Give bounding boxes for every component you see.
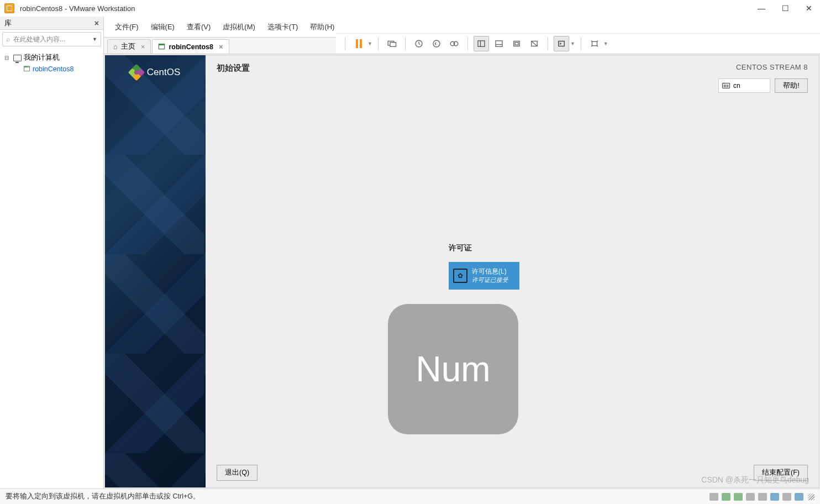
license-title: 许可信息(L) [472,267,508,276]
svg-rect-6 [478,41,485,47]
device-printer-icon[interactable] [770,493,779,501]
toolbar: ▼ ▼ ▼ [336,33,820,54]
library-close-button[interactable]: × [94,19,99,28]
toolbar-separator [467,37,468,50]
tree-collapse-icon[interactable]: ⊟ [4,55,11,61]
main-area: 库 × ⌕ 在此处键入内容... ▼ ⊟ 我的计算机 🗔 robinCentos… [0,17,820,489]
device-display-icon[interactable] [782,493,791,501]
menu-help[interactable]: 帮助(H) [304,21,340,33]
stretch-guest-button[interactable] [587,36,602,51]
toolbar-separator [548,37,548,50]
maximize-button[interactable]: ☐ [779,3,792,14]
help-button[interactable]: 帮助! [775,78,808,93]
watermark: CSDN @杀死一只知更鸟debug [701,475,809,485]
centos-logo-icon [128,64,145,81]
menu-file[interactable]: 文件(F) [109,21,144,33]
license-text: 许可信息(L) 许可证已接受 [472,267,508,284]
menubar: 文件(F) 编辑(E) 查看(V) 虚拟机(M) 选项卡(T) 帮助(H) [104,21,345,33]
device-cdrom-icon[interactable] [722,493,730,501]
menu-edit[interactable]: 编辑(E) [145,21,180,33]
library-title: 库 [4,18,12,28]
license-info-button[interactable]: 许可信息(L) 许可证已接受 [449,262,519,290]
tab-home-label: 主页 [121,42,135,51]
vm-display[interactable]: CentOS 初始设置 CENTOS STREAM 8 cn 帮助! 许可证 许… [104,55,819,488]
device-sound-icon[interactable] [758,493,767,501]
tree-item-robincentos8[interactable]: 🗔 robinCentos8 [2,64,101,74]
library-panel: 库 × ⌕ 在此处键入内容... ▼ ⊟ 我的计算机 🗔 robinCentos… [0,17,104,489]
vmware-app-icon [4,3,14,13]
unity-button[interactable] [527,36,542,51]
show-library-button[interactable] [474,36,489,51]
snapshot-manager-button[interactable] [446,36,462,51]
license-heading: 许可证 [449,243,519,253]
installer-distro: CENTOS STREAM 8 [736,63,808,71]
search-placeholder: 在此处键入内容... [13,35,65,44]
device-network-icon[interactable] [734,493,743,501]
library-tree: ⊟ 我的计算机 🗔 robinCentos8 [0,49,103,77]
home-icon: ⌂ [113,43,118,51]
tab-close-icon[interactable]: × [219,43,223,51]
search-dropdown-icon[interactable]: ▼ [92,36,97,42]
vm-icon: 🗔 [158,43,165,51]
tree-root-my-computer[interactable]: ⊟ 我的计算机 [2,52,101,64]
device-harddisk-icon[interactable] [709,493,718,501]
tab-home[interactable]: ⌂ 主页 × [107,39,151,54]
keyboard-layout-selector[interactable]: cn [718,78,770,93]
license-subtitle: 许可证已接受 [472,276,508,284]
power-dropdown-icon[interactable]: ▼ [367,41,372,46]
thumbnail-bar-button[interactable] [491,36,507,51]
centos-brand: CentOS [147,67,180,78]
search-icon: ⌕ [6,35,10,43]
installer-body: 初始设置 CENTOS STREAM 8 cn 帮助! 许可证 许可信息(L) … [206,55,819,487]
close-button[interactable]: ✕ [802,3,816,14]
centos-sidebar: CentOS [105,55,206,487]
library-header: 库 × [0,17,103,30]
device-usb-icon[interactable] [746,493,755,501]
menu-tabs[interactable]: 选项卡(T) [262,21,304,33]
stretch-dropdown-icon[interactable]: ▼ [603,41,608,46]
device-extra-icon[interactable] [795,493,803,501]
device-indicators [709,493,803,501]
centos-logo: CentOS [105,66,206,78]
snapshot-button[interactable] [411,36,427,51]
console-view-button[interactable] [554,36,569,51]
revert-snapshot-button[interactable] [429,36,444,51]
keyboard-icon [722,83,730,88]
keyboard-layout-label: cn [733,82,740,90]
svg-rect-8 [496,41,502,47]
tab-robincentos8[interactable]: 🗔 robinCentos8 × [152,39,229,54]
svg-rect-11 [515,43,518,45]
toolbar-separator [345,37,345,50]
fullscreen-button[interactable] [509,36,524,51]
titlebar: robinCentos8 - VMware Workstation — ☐ ✕ [0,0,820,17]
toolbar-separator [405,37,406,50]
content-area: 文件(F) 编辑(E) 查看(V) 虚拟机(M) 选项卡(T) 帮助(H) ▼ [104,17,820,489]
library-search[interactable]: ⌕ 在此处键入内容... ▼ [2,32,101,46]
pause-vm-button[interactable] [351,36,366,51]
menu-view[interactable]: 查看(V) [181,21,216,33]
license-section: 许可证 许可信息(L) 许可证已接受 [449,243,519,290]
exit-button[interactable]: 退出(Q) [217,465,257,481]
numlock-overlay: Num [388,304,518,434]
pause-icon [356,39,362,48]
vm-icon: 🗔 [23,65,30,73]
send-ctrl-alt-del-button[interactable] [384,36,400,51]
statusbar-hint: 要将输入定向到该虚拟机，请在虚拟机内部单击或按 Ctrl+G。 [6,492,200,501]
svg-line-13 [532,41,538,46]
menu-vm[interactable]: 虚拟机(M) [217,21,261,33]
tab-vm-label: robinCentos8 [169,43,213,51]
svg-point-3 [433,40,440,47]
minimize-button[interactable]: — [754,3,769,14]
toolbar-separator [378,37,379,50]
svg-rect-1 [390,43,396,47]
window-title: robinCentos8 - VMware Workstation [20,4,135,13]
console-dropdown-icon[interactable]: ▼ [570,41,575,46]
tab-close-icon[interactable]: × [141,43,145,51]
tree-root-label: 我的计算机 [24,53,60,62]
toolbar-separator [581,37,581,50]
statusbar: 要将输入定向到该虚拟机，请在虚拟机内部单击或按 Ctrl+G。 [0,489,820,504]
window-controls: — ☐ ✕ [754,3,816,14]
svg-rect-15 [592,41,597,46]
resize-grip[interactable] [808,494,814,500]
tree-item-label: robinCentos8 [33,65,73,73]
